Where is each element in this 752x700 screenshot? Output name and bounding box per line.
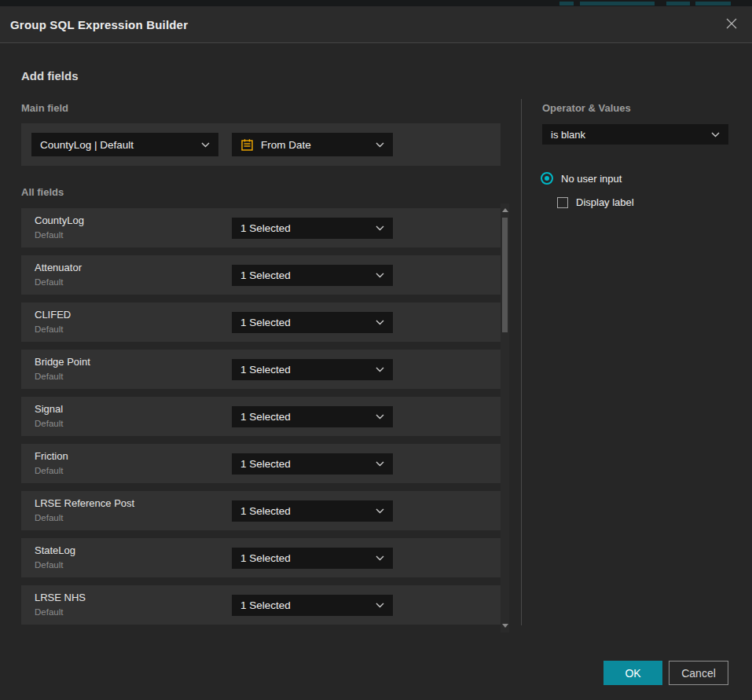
display-label-label: Display label bbox=[576, 196, 634, 208]
checkbox-unchecked-icon bbox=[557, 197, 568, 208]
chevron-down-icon bbox=[376, 320, 384, 325]
field-row: LRSE NHS Default 1 Selected bbox=[21, 585, 501, 625]
field-name: Signal bbox=[35, 403, 63, 415]
dialog-title: Group SQL Expression Builder bbox=[10, 18, 188, 31]
main-field-label: Main field bbox=[21, 102, 68, 114]
operator-values-label: Operator & Values bbox=[542, 102, 631, 114]
field-subtitle: Default bbox=[35, 277, 63, 287]
field-name: Friction bbox=[35, 450, 68, 462]
main-field-source-dropdown[interactable]: CountyLog | Default bbox=[31, 133, 218, 156]
background-app-fragment bbox=[695, 2, 731, 5]
field-selection-dropdown[interactable]: 1 Selected bbox=[232, 548, 393, 569]
all-fields-list: CountyLog Default 1 Selected Attenuator … bbox=[21, 208, 501, 632]
field-subtitle: Default bbox=[35, 419, 63, 428]
list-scrollbar[interactable] bbox=[501, 203, 509, 632]
field-name: Attenuator bbox=[35, 262, 82, 273]
field-name: LRSE NHS bbox=[35, 592, 86, 603]
dialog-body: Add fields Main field CountyLog | Defaul… bbox=[0, 44, 752, 700]
field-subtitle: Default bbox=[35, 372, 63, 381]
field-row: StateLog Default 1 Selected bbox=[21, 538, 501, 577]
scrollbar-down-arrow-icon[interactable] bbox=[502, 624, 508, 628]
field-selection-value: 1 Selected bbox=[240, 222, 291, 234]
background-app-fragment bbox=[559, 2, 574, 5]
main-field-box: CountyLog | Default From Date bbox=[21, 123, 501, 166]
chevron-down-icon bbox=[376, 142, 384, 148]
chevron-down-icon bbox=[376, 508, 384, 514]
operator-dropdown[interactable]: is blank bbox=[542, 124, 728, 145]
field-row: LRSE Reference Post Default 1 Selected bbox=[21, 491, 501, 530]
field-row: CountyLog Default 1 Selected bbox=[21, 208, 501, 247]
close-icon bbox=[725, 17, 738, 33]
operator-value: is blank bbox=[551, 129, 585, 141]
scrollbar-up-arrow-icon[interactable] bbox=[502, 208, 508, 212]
panel-divider bbox=[521, 99, 522, 625]
field-subtitle: Default bbox=[35, 607, 63, 617]
field-name: CountyLog bbox=[35, 214, 84, 226]
field-selection-dropdown[interactable]: 1 Selected bbox=[232, 453, 393, 475]
background-app-fragment bbox=[666, 2, 690, 5]
field-subtitle: Default bbox=[35, 466, 63, 475]
field-selection-value: 1 Selected bbox=[240, 599, 291, 611]
field-selection-value: 1 Selected bbox=[240, 505, 291, 517]
field-selection-dropdown[interactable]: 1 Selected bbox=[232, 265, 393, 286]
field-selection-dropdown[interactable]: 1 Selected bbox=[232, 312, 393, 333]
add-fields-heading: Add fields bbox=[21, 69, 79, 82]
no-user-input-radio[interactable]: No user input bbox=[541, 172, 622, 185]
field-name: CLIFED bbox=[35, 309, 71, 321]
field-selection-value: 1 Selected bbox=[240, 269, 291, 281]
field-name: LRSE Reference Post bbox=[35, 497, 134, 509]
field-subtitle: Default bbox=[35, 560, 63, 570]
no-user-input-label: No user input bbox=[561, 173, 622, 185]
chevron-down-icon bbox=[711, 132, 720, 137]
main-field-date-dropdown[interactable]: From Date bbox=[232, 133, 393, 156]
main-field-date-value: From Date bbox=[261, 139, 311, 151]
main-field-source-value: CountyLog | Default bbox=[40, 139, 134, 151]
field-selection-value: 1 Selected bbox=[240, 458, 291, 470]
dialog-titlebar: Group SQL Expression Builder bbox=[0, 6, 752, 43]
field-row: Signal Default 1 Selected bbox=[21, 397, 501, 436]
field-selection-dropdown[interactable]: 1 Selected bbox=[232, 218, 393, 239]
field-name: StateLog bbox=[35, 544, 75, 556]
field-row: CLIFED Default 1 Selected bbox=[21, 302, 501, 342]
background-app-fragment bbox=[580, 2, 655, 5]
radio-selected-icon bbox=[541, 172, 553, 185]
chevron-down-icon bbox=[376, 603, 384, 608]
close-button[interactable] bbox=[721, 14, 743, 36]
field-selection-dropdown[interactable]: 1 Selected bbox=[232, 595, 393, 616]
scrollbar-thumb[interactable] bbox=[502, 218, 508, 332]
chevron-down-icon bbox=[376, 555, 384, 561]
field-selection-value: 1 Selected bbox=[240, 552, 291, 564]
chevron-down-icon bbox=[376, 367, 384, 372]
field-selection-dropdown[interactable]: 1 Selected bbox=[232, 406, 393, 427]
chevron-down-icon bbox=[376, 273, 384, 278]
field-row: Bridge Point Default 1 Selected bbox=[21, 350, 501, 389]
background-app-sliver bbox=[0, 0, 752, 6]
chevron-down-icon bbox=[376, 414, 384, 420]
field-selection-dropdown[interactable]: 1 Selected bbox=[232, 359, 393, 380]
chevron-down-icon bbox=[376, 225, 384, 231]
calendar-icon bbox=[240, 138, 254, 152]
field-selection-value: 1 Selected bbox=[240, 317, 291, 328]
group-sql-expression-builder-dialog: Group SQL Expression Builder Add fields … bbox=[0, 6, 752, 700]
field-subtitle: Default bbox=[35, 513, 63, 522]
field-selection-value: 1 Selected bbox=[240, 411, 291, 423]
display-label-checkbox[interactable]: Display label bbox=[557, 196, 634, 208]
field-name: Bridge Point bbox=[35, 356, 90, 368]
field-subtitle: Default bbox=[35, 324, 63, 334]
field-subtitle: Default bbox=[35, 230, 63, 240]
chevron-down-icon bbox=[201, 142, 210, 148]
cancel-button[interactable]: Cancel bbox=[669, 661, 728, 685]
chevron-down-icon bbox=[376, 461, 384, 467]
field-selection-value: 1 Selected bbox=[240, 364, 291, 376]
field-row: Attenuator Default 1 Selected bbox=[21, 255, 501, 295]
ok-button[interactable]: OK bbox=[603, 661, 662, 685]
field-selection-dropdown[interactable]: 1 Selected bbox=[232, 500, 393, 522]
all-fields-label: All fields bbox=[21, 186, 64, 198]
field-row: Friction Default 1 Selected bbox=[21, 444, 501, 483]
